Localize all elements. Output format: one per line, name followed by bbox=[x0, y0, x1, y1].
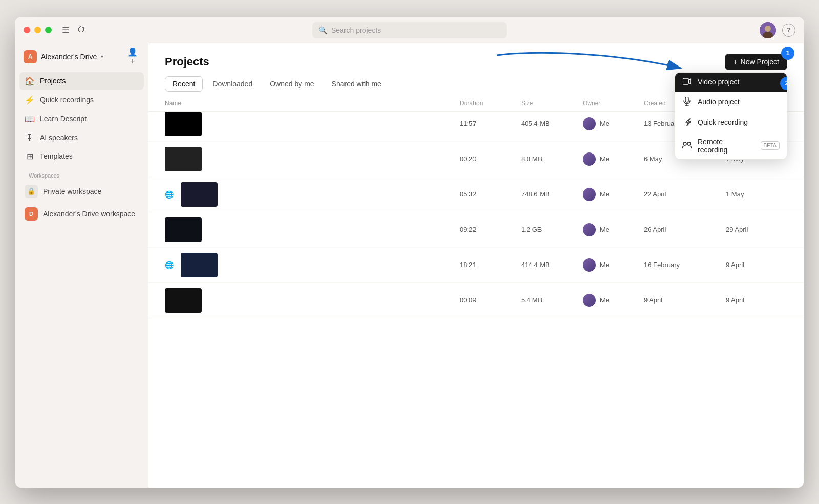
owner-name: Me bbox=[600, 226, 609, 233]
tab-owned-by-me[interactable]: Owned by me bbox=[262, 76, 321, 92]
new-project-button[interactable]: + New Project bbox=[725, 54, 787, 70]
home-icon: 🏠 bbox=[25, 76, 35, 86]
video-thumbnail bbox=[165, 147, 202, 171]
drive-avatar: A bbox=[24, 50, 37, 63]
video-project-item-wrapper: 2 Video project bbox=[675, 73, 787, 92]
titlebar-right: ? bbox=[760, 22, 795, 38]
help-button[interactable]: ? bbox=[782, 24, 795, 37]
sidebar-header: A Alexander's Drive ▾ 👤+ bbox=[15, 43, 148, 70]
col-header-owner: Owner bbox=[583, 100, 644, 107]
svg-rect-4 bbox=[685, 97, 688, 102]
tab-shared-with-me[interactable]: Shared with me bbox=[324, 76, 389, 92]
main-content: Projects 1 + New Project 2 bbox=[148, 17, 804, 488]
sidebar-item-drive-workspace[interactable]: D Alexander's Drive workspace bbox=[19, 203, 144, 225]
row-owner-cell: Me bbox=[583, 152, 644, 166]
svg-point-7 bbox=[683, 142, 686, 145]
owner-name: Me bbox=[600, 120, 609, 127]
sidebar-item-label: Quick recordings bbox=[40, 96, 94, 104]
dropdown-item-quick-recording[interactable]: Quick recording bbox=[675, 113, 787, 133]
dropdown-item-remote-recording[interactable]: Remote recording BETA bbox=[675, 133, 787, 159]
workspace-item-label: Private workspace bbox=[43, 187, 101, 195]
row-owner-cell: Me bbox=[583, 223, 644, 236]
owner-name: Me bbox=[600, 296, 609, 304]
close-button[interactable] bbox=[24, 27, 30, 33]
main-header: Projects 1 + New Project 2 bbox=[148, 43, 804, 70]
sidebar-item-templates[interactable]: ⊞ Templates bbox=[19, 147, 144, 165]
row-duration: 09:22 bbox=[460, 226, 521, 233]
row-owner-cell: Me bbox=[583, 117, 644, 130]
row-name-cell bbox=[165, 112, 460, 136]
chevron-down-icon: ▾ bbox=[101, 54, 103, 59]
owner-name: Me bbox=[600, 261, 609, 269]
table-row[interactable]: 🌐 18:21 414.4 MB Me 16 February 9 April bbox=[148, 248, 804, 283]
workspace-item-label: Alexander's Drive workspace bbox=[43, 210, 135, 218]
mic-icon: 🎙 bbox=[25, 133, 35, 142]
add-user-button[interactable]: 👤+ bbox=[125, 50, 140, 64]
row-size: 405.4 MB bbox=[521, 120, 583, 127]
owner-avatar bbox=[583, 223, 596, 236]
tab-downloaded[interactable]: Downloaded bbox=[205, 76, 260, 92]
row-duration: 00:09 bbox=[460, 296, 521, 304]
maximize-button[interactable] bbox=[45, 27, 52, 33]
search-bar[interactable]: 🔍 Search projects bbox=[312, 22, 507, 38]
table-body: 11:57 405.4 MB Me 13 February 00:20 8.0 … bbox=[148, 112, 804, 488]
drive-selector[interactable]: A Alexander's Drive ▾ bbox=[24, 50, 103, 63]
grid-icon: ⊞ bbox=[25, 151, 35, 161]
table-row[interactable]: 🌐 05:32 748.6 MB Me 22 April 1 May bbox=[148, 177, 804, 212]
row-modified: 9 April bbox=[726, 261, 787, 269]
new-project-wrapper: 1 + New Project 2 bbox=[725, 54, 787, 70]
row-created: 16 February bbox=[644, 261, 726, 269]
table-row[interactable]: 00:09 5.4 MB Me 9 April 9 April bbox=[148, 283, 804, 318]
row-name-cell bbox=[165, 147, 460, 171]
row-size: 414.4 MB bbox=[521, 261, 583, 269]
dropdown-item-label: Remote recording bbox=[698, 138, 755, 154]
sidebar-item-learn-descript[interactable]: 📖 Learn Descript bbox=[19, 110, 144, 128]
search-icon: 🔍 bbox=[318, 26, 327, 34]
remote-recording-icon bbox=[682, 141, 692, 150]
sidebar-item-quick-recordings[interactable]: ⚡ Quick recordings bbox=[19, 91, 144, 109]
row-size: 1.2 GB bbox=[521, 226, 583, 233]
sidebar-item-ai-speakers[interactable]: 🎙 AI speakers bbox=[19, 129, 144, 146]
sidebar-item-private-workspace[interactable]: 🔒 Private workspace bbox=[19, 181, 144, 202]
check-icon[interactable]: ⏱ bbox=[77, 25, 85, 35]
drive-workspace-icon: D bbox=[25, 207, 38, 221]
row-duration: 00:20 bbox=[460, 155, 521, 163]
search-placeholder: Search projects bbox=[331, 26, 381, 34]
tab-recent[interactable]: Recent bbox=[165, 76, 203, 92]
col-header-name: Name bbox=[165, 100, 460, 107]
row-duration: 11:57 bbox=[460, 120, 521, 127]
audio-icon bbox=[682, 97, 692, 107]
dropdown-item-label: Audio project bbox=[698, 98, 740, 106]
row-created: 9 April bbox=[644, 296, 726, 304]
dropdown-item-label: Video project bbox=[698, 78, 739, 86]
row-created: 22 April bbox=[644, 190, 726, 198]
row-size: 748.6 MB bbox=[521, 190, 583, 198]
row-modified: 1 May bbox=[726, 190, 787, 198]
sidebar: A Alexander's Drive ▾ 👤+ 🏠 Projects ⚡ Qu… bbox=[15, 17, 148, 488]
titlebar: ☰ ⏱ 🔍 Search projects ? bbox=[15, 17, 804, 43]
plus-icon: + bbox=[733, 58, 737, 66]
minimize-button[interactable] bbox=[34, 27, 41, 33]
user-avatar[interactable] bbox=[760, 22, 776, 38]
table-row[interactable]: 09:22 1.2 GB Me 26 April 29 April bbox=[148, 212, 804, 248]
dropdown-item-video-project[interactable]: Video project bbox=[675, 73, 787, 92]
owner-avatar bbox=[583, 152, 596, 166]
col-header-duration: Duration bbox=[460, 100, 521, 107]
dropdown-item-label: Quick recording bbox=[698, 118, 748, 126]
svg-point-1 bbox=[765, 26, 771, 32]
row-size: 8.0 MB bbox=[521, 155, 583, 163]
row-size: 5.4 MB bbox=[521, 296, 583, 304]
lightning-icon: ⚡ bbox=[25, 95, 35, 105]
dropdown-item-audio-project[interactable]: Audio project bbox=[675, 92, 787, 113]
video-thumbnail bbox=[165, 288, 202, 313]
row-name-cell: 🌐 bbox=[165, 253, 460, 277]
new-project-badge: 1 bbox=[781, 47, 794, 60]
menu-icon[interactable]: ☰ bbox=[62, 25, 69, 35]
globe-icon: 🌐 bbox=[165, 190, 174, 199]
globe-icon: 🌐 bbox=[165, 261, 174, 269]
workspaces-section-label: Workspaces bbox=[19, 166, 144, 181]
video-thumbnail bbox=[181, 182, 218, 207]
sidebar-item-projects[interactable]: 🏠 Projects bbox=[19, 72, 144, 90]
video-thumbnail bbox=[165, 217, 202, 242]
video-thumbnail bbox=[181, 253, 218, 277]
